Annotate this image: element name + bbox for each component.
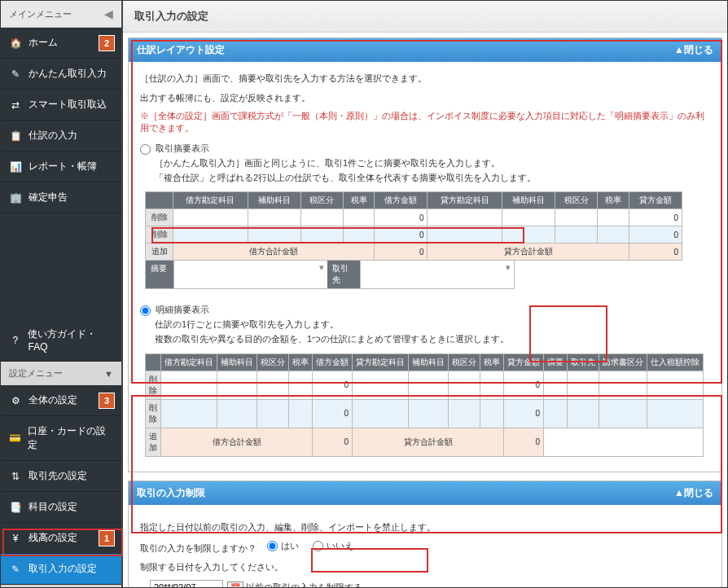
- desc: 指定した日付以前の取引の入力、編集、削除、インポートを禁止します。: [140, 521, 710, 533]
- date-suffix: 以前の取引の入力を制限する: [246, 582, 362, 587]
- table-row: 追加借方合計金額0貸方合計金額0: [146, 244, 682, 261]
- radio-input[interactable]: [140, 305, 151, 316]
- partner-label: 取引先: [327, 261, 360, 288]
- sidebar-item-help[interactable]: ? 使い方ガイド・FAQ: [1, 319, 121, 362]
- radio-input[interactable]: [140, 144, 151, 155]
- radio-label: 明細摘要表示: [156, 304, 209, 316]
- sidebar-item-home[interactable]: 🏠 ホーム 2: [1, 28, 121, 59]
- table-row: 削除00: [146, 226, 682, 244]
- panel-close[interactable]: ▲閉じる: [674, 486, 713, 500]
- building-icon: 🏢: [9, 191, 22, 204]
- sidebar-header: メインメニュー ◀: [1, 1, 121, 28]
- sidebar-item-tax-filing[interactable]: 🏢 確定申告: [1, 182, 121, 213]
- sidebar-item-label: 確定申告: [29, 191, 68, 204]
- main-content: 取引入力の設定 仕訳レイアウト設定 ▲閉じる ［仕訳の入力］画面で、摘要や取引先…: [123, 1, 727, 587]
- option-sub: 仕訳の1行ごとに摘要や取引先を入力します。: [155, 318, 710, 332]
- sidebar-item-global-settings[interactable]: ⚙ 全体の設定 3: [1, 385, 121, 416]
- table-row: 削除00: [146, 399, 704, 428]
- chevron-down-icon: ▼: [104, 369, 113, 379]
- sidebar-title: メインメニュー: [9, 8, 72, 20]
- sidebar-item-label: 使い方ガイド・FAQ: [28, 327, 113, 353]
- sidebar-item-label: 口座・カードの設定: [28, 424, 113, 452]
- sidebar-item-journal-input[interactable]: 📋 仕訳の入力: [1, 121, 121, 151]
- option-transaction-summary[interactable]: 取引摘要表示: [140, 143, 710, 155]
- sidebar-item-subject-settings[interactable]: 📑 科目の設定: [1, 492, 121, 523]
- badge: 2: [99, 35, 115, 51]
- gear-icon: ⚙: [9, 394, 22, 407]
- card-icon: 💳: [9, 432, 21, 445]
- partner-input[interactable]: ▾: [360, 261, 514, 288]
- calendar-icon[interactable]: 📅: [227, 581, 243, 587]
- sidebar-item-label: スマート取引取込: [29, 98, 107, 112]
- pencil-icon: ✎: [9, 68, 22, 81]
- chart-icon: 📊: [9, 160, 22, 173]
- sidebar-item-label: 全体の設定: [29, 393, 77, 407]
- summary-input[interactable]: ▾: [173, 261, 327, 288]
- sidebar-item-account-card[interactable]: 💳 口座・カードの設定: [1, 416, 121, 461]
- pencil-icon: ✎: [9, 563, 22, 576]
- radio-label: 取引摘要表示: [156, 143, 209, 155]
- sidebar-item-label: 科目の設定: [29, 500, 77, 514]
- sidebar-item-label: ホーム: [29, 36, 58, 50]
- panel-title: 取引の入力制限: [137, 486, 205, 500]
- option-sub: 複数の取引先や異なる目的の金額を、1つの仕訳にまとめて管理するときに選択します。: [155, 332, 710, 347]
- page-title: 取引入力の設定: [123, 1, 727, 33]
- yen-icon: ¥: [9, 532, 22, 545]
- sidebar-item-input-settings[interactable]: ✎ 取引入力の設定: [1, 554, 121, 585]
- preview-table-1: 借方勘定科目補助科目税区分税率借方金額 貸方勘定科目補助科目税区分税率貸方金額 …: [145, 191, 682, 261]
- sidebar: メインメニュー ◀ 🏠 ホーム 2 ✎ かんたん取引入力 ⇄ スマート取引取込 …: [1, 1, 123, 587]
- sidebar-item-label: レポート・帳簿: [29, 160, 97, 173]
- home-icon: 🏠: [9, 37, 22, 50]
- sidebar-item-balance-settings[interactable]: ¥ 残高の設定 1: [1, 523, 121, 554]
- restrict-date-input[interactable]: [150, 580, 223, 587]
- swap-icon: ⇄: [9, 99, 22, 112]
- settings-section-header[interactable]: 設定メニュー ▼: [1, 362, 121, 385]
- summary-row: 摘要 ▾ 取引先 ▾: [145, 260, 515, 289]
- desc: 出力する帳簿にも、設定が反映されます。: [140, 91, 710, 106]
- sidebar-item-label: かんたん取引入力: [29, 67, 107, 81]
- badge: 3: [99, 393, 115, 409]
- sidebar-item-easy-input[interactable]: ✎ かんたん取引入力: [1, 59, 121, 90]
- warning: ※［全体の設定］画面で課税方式が「一般（本則・原則）」の場合は、インボイス制度に…: [140, 110, 710, 134]
- sidebar-item-partner-settings[interactable]: ⇅ 取引先の設定: [1, 461, 121, 492]
- table-row: 削除00: [146, 209, 682, 226]
- sidebar-item-label: 取引入力の設定: [29, 562, 97, 576]
- dropdown-icon: ▾: [319, 262, 324, 273]
- sidebar-item-reports[interactable]: 📊 レポート・帳簿: [1, 151, 121, 182]
- journal-layout-panel: 仕訳レイアウト設定 ▲閉じる ［仕訳の入力］画面で、摘要や取引先を入力する方法を…: [128, 37, 722, 472]
- preview-table-2: 借方勘定科目補助科目税区分税率借方金額 貸方勘定科目補助科目税区分税率貸方金額 …: [145, 353, 704, 457]
- collapse-icon[interactable]: ◀: [104, 7, 113, 20]
- restrict-question: 取引の入力を制限しますか？ はい いいえ: [140, 540, 710, 555]
- option-detail-summary[interactable]: 明細摘要表示: [140, 304, 710, 316]
- option-sub: 「複合仕訳」と呼ばれる2行以上の仕訳でも、取引全体を代表する摘要や取引先を入力し…: [155, 171, 710, 186]
- table-row: 追加借方合計金額0貸方合計金額0: [146, 428, 704, 456]
- advanced-section-header[interactable]: 高度なメニュー ▼: [1, 585, 121, 588]
- radio-yes[interactable]: はい: [267, 540, 299, 552]
- panel-header[interactable]: 仕訳レイアウト設定 ▲閉じる: [129, 38, 721, 62]
- sidebar-item-label: 仕訳の入力: [29, 129, 77, 143]
- help-icon: ?: [9, 334, 21, 347]
- panel-close[interactable]: ▲閉じる: [674, 43, 713, 57]
- sidebar-item-label: 残高の設定: [29, 531, 77, 545]
- option-sub: ［かんたん取引入力］画面と同じように、取引1件ごとに摘要や取引先を入力します。: [155, 156, 710, 171]
- date-label: 制限する日付を入力してください。: [140, 561, 710, 573]
- sort-icon: ⇅: [9, 470, 22, 483]
- doc-icon: 📑: [9, 501, 22, 514]
- desc: ［仕訳の入力］画面で、摘要や取引先を入力する方法を選択できます。: [140, 72, 710, 86]
- sidebar-item-smart-import[interactable]: ⇄ スマート取引取込: [1, 90, 121, 121]
- dropdown-icon: ▾: [506, 262, 511, 273]
- table-row: 削除00: [146, 371, 704, 399]
- panel-header[interactable]: 取引の入力制限 ▲閉じる: [129, 481, 721, 505]
- input-restriction-panel: 取引の入力制限 ▲閉じる 指定した日付以前の取引の入力、編集、削除、インポートを…: [128, 480, 722, 587]
- panel-title: 仕訳レイアウト設定: [137, 43, 225, 57]
- badge: 1: [99, 530, 115, 546]
- clipboard-icon: 📋: [9, 129, 22, 143]
- summary-label: 摘要: [146, 261, 173, 288]
- radio-no[interactable]: いいえ: [313, 540, 353, 552]
- sidebar-item-label: 取引先の設定: [29, 469, 87, 483]
